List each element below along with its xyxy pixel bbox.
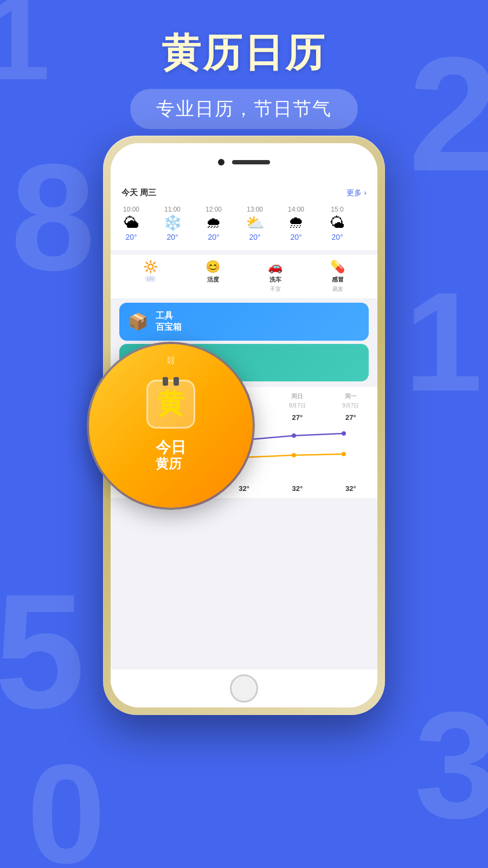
activity-row: 🔆 UV 😊 活度 🚗 洗车 不宜 💊 感冒 xyxy=(111,254,377,298)
home-button[interactable] xyxy=(230,674,258,703)
app-header: 黄历日历 专业日历，节日节气 xyxy=(0,27,488,129)
hour-item-5: 15:0 🌤 20° xyxy=(317,203,358,244)
camera-dot xyxy=(218,159,224,165)
tool-card-toolbox[interactable]: 📦 工具百宝箱 xyxy=(119,303,369,341)
svg-point-3 xyxy=(292,433,296,438)
activity-mood: 😊 活度 xyxy=(182,260,244,293)
hour-item-0: 10:00 🌥 20° xyxy=(111,203,152,244)
hour-item-4: 14:00 🌨 20° xyxy=(275,203,317,244)
circle-label-2: 黄历 xyxy=(156,456,186,472)
hour-item-1: 11:00 ❄️ 20° xyxy=(152,203,193,244)
day-sun: 周日 9月7日 27° xyxy=(271,392,324,422)
svg-point-8 xyxy=(292,453,296,457)
phone-notch xyxy=(111,143,377,181)
svg-point-9 xyxy=(342,452,346,456)
activity-carwash: 🚗 洗车 不宜 xyxy=(244,260,306,293)
activity-cold: 💊 感冒 易发 xyxy=(306,260,369,293)
calendar-icon-wrap: 黄 xyxy=(146,380,195,429)
app-subtitle: 专业日历，节日节气 xyxy=(130,89,358,129)
circle-label-1: 今日 xyxy=(156,438,186,457)
activity-uv: 🔆 UV xyxy=(119,260,182,293)
hour-item-3: 13:00 ⛅ 20° xyxy=(234,203,275,244)
hourly-weather: 10:00 🌥 20° 11:00 ❄️ 20° 12:00 🌧 20° xyxy=(111,201,377,250)
phone-mockup: 今天 周三 更多 › 10:00 🌥 20° 11:00 ❄️ 20° xyxy=(103,136,385,715)
phone-bottom xyxy=(111,669,377,707)
calendar-char: 黄 xyxy=(157,386,184,422)
app-title: 黄历日历 xyxy=(0,27,488,79)
more-link[interactable]: 更多 › xyxy=(346,188,367,198)
hour-item-2: 12:00 🌧 20° xyxy=(193,203,234,244)
svg-point-4 xyxy=(342,431,346,436)
today-label: 今天 周三 xyxy=(121,188,156,198)
calendar-circle[interactable]: ⛓ 黄 今日 黄历 xyxy=(87,342,255,510)
day-mon: 周一 9月7日 27° xyxy=(324,392,377,422)
today-header: 今天 周三 更多 › xyxy=(111,181,377,201)
speaker-bar xyxy=(232,160,270,164)
